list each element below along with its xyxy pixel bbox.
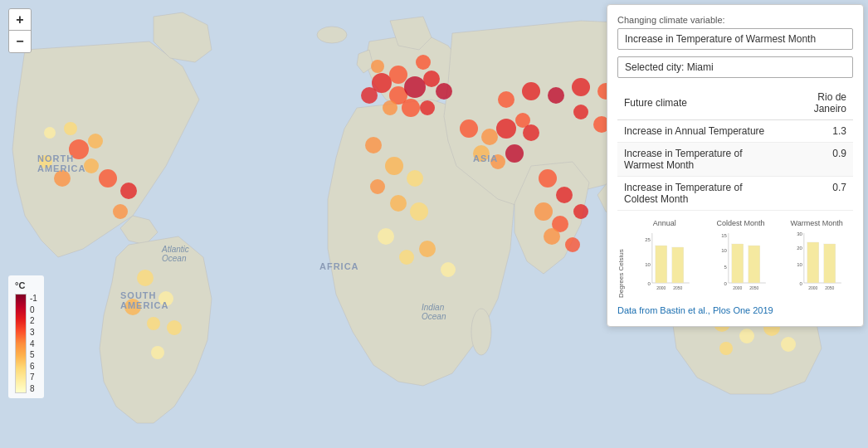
svg-point-90	[719, 342, 733, 355]
svg-point-39	[473, 145, 490, 162]
svg-rect-117	[824, 244, 836, 283]
svg-point-59	[565, 237, 580, 252]
svg-point-16	[88, 134, 103, 149]
legend-unit: °C	[15, 280, 37, 290]
table-row: Increase in Temperature of Warmest Month…	[617, 143, 853, 177]
svg-text:25: 25	[645, 237, 651, 242]
svg-point-42	[523, 124, 539, 141]
chart-warmest: Warmest Month 0 10 20 30 2000 2050	[780, 219, 853, 298]
svg-point-33	[420, 100, 435, 115]
zoom-out-button[interactable]: −	[9, 31, 31, 52]
svg-point-15	[44, 127, 56, 139]
svg-text:2050: 2050	[749, 285, 758, 290]
svg-point-43	[365, 137, 382, 153]
svg-point-22	[151, 346, 164, 359]
svg-point-31	[371, 60, 384, 73]
svg-point-84	[573, 105, 588, 119]
charts-container: Degrees Celsius Annual 0 10 25 2000 2050	[617, 219, 853, 298]
svg-point-81	[548, 87, 564, 104]
svg-rect-97	[672, 247, 684, 283]
svg-text:2000: 2000	[656, 285, 666, 290]
svg-text:0: 0	[800, 281, 803, 286]
col2-header: Rio de Janeiro	[784, 86, 853, 120]
chart-annual: Annual 0 10 25 2000 2050	[628, 219, 701, 298]
table-row: Increase in Annual Temperature 1.3	[617, 120, 853, 143]
svg-text:2000: 2000	[809, 285, 818, 290]
svg-point-79	[498, 91, 514, 108]
svg-point-20	[124, 299, 141, 315]
svg-text:2000: 2000	[733, 285, 742, 290]
svg-point-25	[404, 76, 426, 98]
svg-rect-116	[807, 242, 819, 283]
chart-annual-title: Annual	[628, 219, 701, 227]
svg-rect-106	[732, 244, 744, 283]
svg-point-57	[573, 204, 588, 219]
zoom-in-button[interactable]: +	[9, 9, 31, 31]
svg-point-13	[113, 204, 128, 219]
svg-text:10: 10	[721, 248, 727, 253]
svg-point-37	[496, 119, 516, 139]
svg-point-44	[385, 157, 403, 175]
svg-point-50	[399, 250, 414, 265]
legend-labels: -1 0 2 3 4 5 6 7 8	[30, 294, 37, 393]
chart-coldest-title: Coldest Month	[705, 219, 778, 227]
legend-gradient	[15, 294, 27, 393]
row3-value: 0.7	[784, 177, 853, 211]
svg-point-14	[64, 122, 77, 135]
svg-rect-107	[749, 246, 760, 283]
svg-text:10: 10	[645, 262, 651, 267]
svg-point-36	[481, 129, 498, 145]
svg-point-48	[410, 202, 428, 221]
svg-rect-96	[656, 246, 667, 283]
citation-link[interactable]: Data from Bastin et al., Plos One 2019	[617, 305, 773, 315]
chart-coldest: Coldest Month 0 5 10 15 2000 2050	[705, 219, 778, 298]
svg-point-9	[84, 158, 99, 173]
row2-value: 0.9	[784, 143, 853, 177]
climate-variable-dropdown[interactable]: Increase in Temperature of Warmest Month…	[617, 28, 853, 50]
svg-point-7	[69, 139, 89, 159]
svg-point-34	[389, 66, 407, 84]
zoom-controls: + −	[8, 8, 32, 53]
svg-point-17	[137, 270, 154, 286]
svg-text:30: 30	[797, 231, 802, 236]
svg-point-87	[739, 329, 754, 343]
chart-coldest-svg: 0 5 10 15 2000 2050	[705, 229, 778, 295]
svg-text:2050: 2050	[673, 285, 682, 290]
svg-text:2050: 2050	[826, 285, 835, 290]
svg-point-51	[419, 241, 436, 257]
chart-warmest-svg: 0 10 20 30 2000 2050	[780, 229, 853, 295]
svg-point-5	[471, 309, 491, 355]
svg-point-30	[416, 55, 431, 70]
svg-point-27	[402, 99, 420, 117]
row2-label: Increase in Temperature of Warmest Month	[617, 143, 784, 177]
svg-point-82	[572, 78, 590, 96]
svg-point-53	[539, 169, 557, 187]
chart-warmest-title: Warmest Month	[780, 219, 853, 227]
svg-point-55	[534, 202, 553, 221]
svg-point-46	[370, 179, 385, 194]
row3-label: Increase in Temperature of Coldest Month	[617, 177, 784, 211]
svg-point-6	[317, 27, 347, 43]
svg-point-32	[436, 83, 452, 100]
svg-point-29	[361, 87, 378, 104]
svg-point-45	[407, 170, 423, 187]
svg-point-54	[556, 187, 573, 203]
svg-point-47	[390, 195, 407, 212]
svg-point-28	[383, 100, 397, 115]
row1-value: 1.3	[784, 120, 853, 143]
svg-point-41	[505, 144, 524, 163]
col1-header: Future climate	[617, 86, 784, 120]
side-panel: Changing climate variable: Increase in T…	[607, 4, 864, 327]
climate-variable-label: Changing climate variable:	[617, 15, 853, 25]
svg-point-11	[99, 169, 117, 187]
svg-text:0: 0	[647, 281, 651, 286]
legend: °C -1 0 2 3 4 5 6 7 8	[8, 275, 44, 398]
svg-point-52	[441, 262, 456, 277]
svg-point-21	[167, 320, 182, 335]
svg-text:5: 5	[724, 265, 727, 270]
table-row: Increase in Temperature of Coldest Month…	[617, 177, 853, 211]
svg-text:0: 0	[724, 281, 727, 286]
svg-point-89	[781, 337, 796, 352]
svg-text:10: 10	[797, 262, 802, 267]
svg-point-26	[423, 71, 440, 87]
